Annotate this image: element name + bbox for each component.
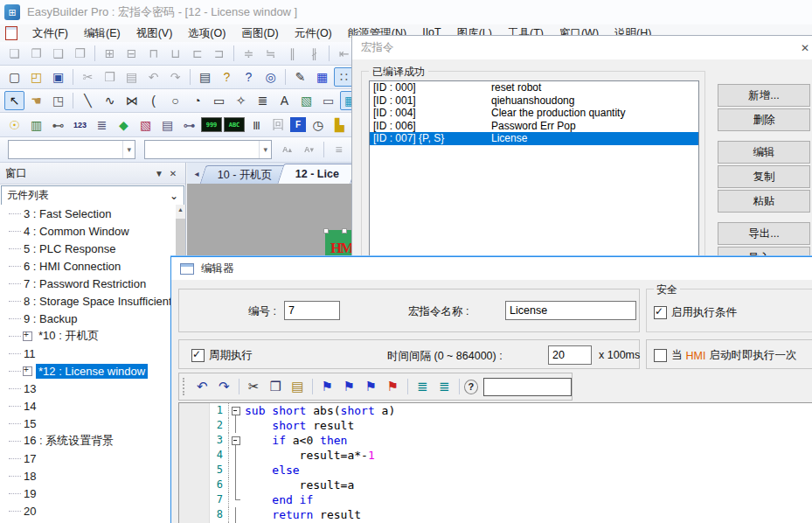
macro-list-row[interactable]: [ID : 007] {P, S}License xyxy=(370,132,698,145)
layers-icon[interactable]: ≣ xyxy=(92,115,112,135)
macro-code-editor[interactable]: 1sub short abs(short a)2 short result3 i… xyxy=(178,402,812,523)
fold-margin[interactable] xyxy=(228,492,245,507)
shape-icon[interactable]: ▭ xyxy=(318,91,338,110)
fold-margin[interactable] xyxy=(228,433,245,448)
fold-margin[interactable] xyxy=(228,418,245,433)
arc-icon[interactable]: ( xyxy=(143,91,163,110)
clear-bookmarks-icon[interactable]: ⚑ xyxy=(383,377,403,396)
chart-icon[interactable]: ▙ xyxy=(330,115,350,135)
tree-item[interactable]: 11 xyxy=(0,345,176,362)
toolbar-grip[interactable] xyxy=(183,378,188,395)
align-center-vertical-icon[interactable]: ⊟ xyxy=(121,44,142,63)
fold-margin[interactable] xyxy=(228,463,245,478)
macro-list-row[interactable]: [ID : 000]reset robot xyxy=(370,81,698,94)
ruler-icon[interactable]: ▦ xyxy=(312,67,332,87)
tree-item[interactable]: *12 : License window xyxy=(0,362,176,380)
label-library-icon[interactable]: ▧ xyxy=(135,115,156,135)
resize-top-icon[interactable]: ⊓ xyxy=(143,44,163,63)
fold-margin[interactable] xyxy=(228,478,245,492)
next-bookmark-icon[interactable]: ⚑ xyxy=(339,377,359,396)
selection-handle[interactable] xyxy=(342,228,347,234)
menu-d[interactable]: 画图(D) xyxy=(233,24,286,43)
copy-macro-button[interactable]: 复制 xyxy=(718,165,810,188)
tree-item[interactable]: 18 xyxy=(0,467,176,485)
tree-item[interactable]: 16 : 系统设置背景 xyxy=(0,432,176,450)
scale-icon[interactable]: ≣ xyxy=(253,91,273,110)
curve-icon[interactable]: ∿ xyxy=(100,91,120,110)
font-decrease-icon[interactable]: A▾ xyxy=(299,140,319,159)
key-icon[interactable]: ⊶ xyxy=(179,115,199,135)
expand-plus-icon[interactable] xyxy=(23,331,32,341)
polygon-icon[interactable]: ✧ xyxy=(231,91,251,110)
save-icon[interactable]: ▣ xyxy=(48,67,68,87)
barcode-icon[interactable]: ||| xyxy=(246,115,267,135)
scroll-up-icon[interactable]: ▲ xyxy=(176,205,185,215)
tree-item[interactable]: 5 : PLC Response xyxy=(0,240,176,257)
panel-collapse-icon[interactable]: ▼ xyxy=(152,169,166,178)
new-macro-button[interactable]: 新增... xyxy=(718,84,810,107)
fold-margin[interactable] xyxy=(228,403,245,418)
distribute-vertical-icon[interactable]: ≒ xyxy=(260,44,281,63)
macro-list-row[interactable]: [ID : 001]qiehuanshoudong xyxy=(370,94,698,108)
align-text-left-icon[interactable]: ≡ xyxy=(329,140,349,159)
tree-item[interactable]: 15 xyxy=(0,415,176,432)
bring-to-front-icon[interactable]: ❏ xyxy=(4,44,24,63)
checkbox-unchecked-icon[interactable] xyxy=(654,349,667,362)
open-file-icon[interactable]: ◰ xyxy=(26,67,46,87)
menu-o[interactable]: 选项(O) xyxy=(180,24,233,43)
paste-icon[interactable]: ▤ xyxy=(288,377,308,396)
periodic-checkbox[interactable]: 周期执行 xyxy=(191,348,253,363)
cut-icon[interactable]: ✂ xyxy=(244,377,264,396)
help-icon[interactable]: ? xyxy=(217,67,237,87)
distribute-down-icon[interactable]: ≑ xyxy=(239,44,259,63)
find-input[interactable] xyxy=(483,378,572,396)
polyline-icon[interactable]: ⋈ xyxy=(121,91,142,110)
tab-12-lice[interactable]: 12 - Lice xyxy=(277,164,357,184)
interval-input[interactable]: 20 xyxy=(548,345,592,365)
macro-name-input[interactable]: License xyxy=(505,301,636,320)
function-key-icon[interactable]: F xyxy=(290,117,306,132)
menu-e[interactable]: 编辑(E) xyxy=(76,24,128,43)
distribute-right-icon[interactable]: ∥ xyxy=(282,44,302,63)
tree-item[interactable]: 3 : Fast Selection xyxy=(0,205,176,222)
copy-icon[interactable]: ❒ xyxy=(266,377,286,396)
tab-scroll-left-icon[interactable]: ◂ xyxy=(191,169,203,178)
tree-item[interactable]: 4 : Common Window xyxy=(0,222,176,240)
bring-forward-icon[interactable]: ❑ xyxy=(48,44,68,63)
tree-item[interactable]: 19 xyxy=(0,485,176,502)
enable-condition-checkbox[interactable]: 启用执行条件 xyxy=(654,305,737,320)
find-icon[interactable]: ◎ xyxy=(260,67,281,87)
line-icon[interactable]: ╲ xyxy=(78,91,98,110)
prev-bookmark-icon[interactable]: ⚑ xyxy=(361,377,381,396)
tree-item[interactable]: 14 xyxy=(0,397,176,415)
pen-icon[interactable]: ✎ xyxy=(290,67,310,87)
bulb-icon[interactable]: ☉ xyxy=(4,115,24,135)
context-help-icon[interactable]: ? xyxy=(239,67,259,87)
selection-handle[interactable] xyxy=(323,228,329,234)
find-replace-icon[interactable]: ? xyxy=(464,380,478,394)
address-grid-icon[interactable]: ▤ xyxy=(157,115,177,135)
circle-icon[interactable]: ○ xyxy=(165,91,185,110)
tree-item[interactable]: 9 : Backup xyxy=(0,310,176,327)
pan-hand-icon[interactable]: ☚ xyxy=(26,91,46,110)
undo-icon[interactable]: ↶ xyxy=(143,67,163,87)
checkbox-checked-icon[interactable] xyxy=(191,349,205,362)
redo-icon[interactable]: ↷ xyxy=(165,67,185,87)
pie-icon[interactable]: ◔ xyxy=(187,91,207,110)
menu-v[interactable]: 视图(V) xyxy=(128,24,181,43)
resize-left-icon[interactable]: ⊏ xyxy=(187,44,207,63)
paste-macro-button[interactable]: 粘贴 xyxy=(718,190,810,213)
tree-item[interactable]: 8 : Storage Space Insufficient xyxy=(0,292,176,310)
clock-icon[interactable]: ◷ xyxy=(308,115,328,135)
tree-item[interactable]: 20 xyxy=(0,502,176,520)
edit-macro-button[interactable]: 编辑 xyxy=(718,141,810,164)
export-macro-button[interactable]: 导出... xyxy=(718,222,810,245)
cut-icon[interactable]: ✂ xyxy=(78,67,98,87)
mdi-document-icon[interactable] xyxy=(5,26,17,40)
tree-item[interactable]: *10 : 开机页 xyxy=(0,327,176,345)
indent-icon[interactable]: ≣ xyxy=(413,377,433,396)
send-backward-icon[interactable]: ❒ xyxy=(70,44,90,63)
toggle-bookmark-icon[interactable]: ⚑ xyxy=(317,377,337,396)
fold-margin[interactable] xyxy=(228,448,245,463)
menu-o[interactable]: 元件(O) xyxy=(287,24,340,43)
